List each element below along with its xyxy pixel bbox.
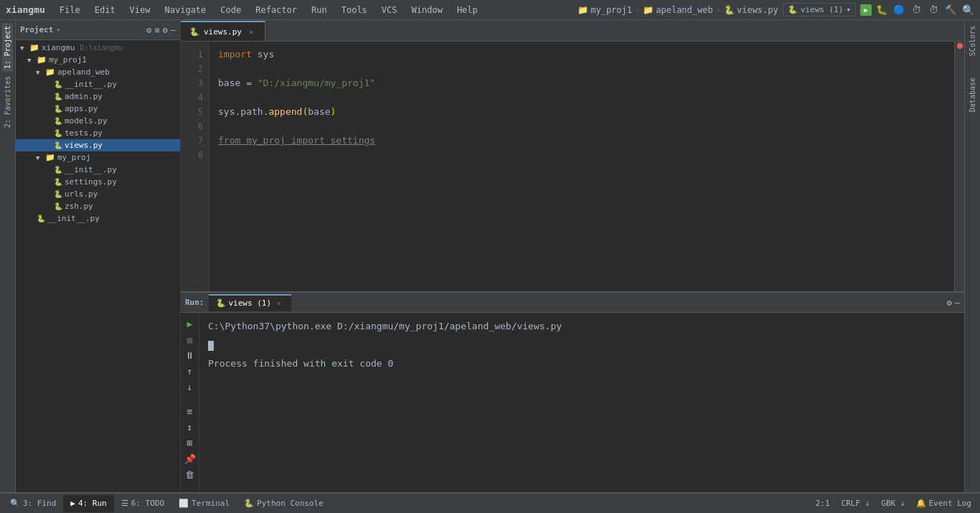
nav-file[interactable]: 🐍 views.py — [724, 5, 778, 15]
menu-edit[interactable]: Edit — [92, 4, 118, 17]
status-position[interactable]: 2:1 — [816, 499, 830, 508]
run-settings-icon[interactable]: ⚙ — [947, 298, 952, 308]
py-icon-views: 🐍 — [54, 141, 62, 149]
bottom-tab-python-console[interactable]: 🐍 Python Console — [237, 495, 331, 512]
menu-tools[interactable]: Tools — [339, 4, 370, 17]
run-output: C:\Python37\python.exe D:/xiangmu/my_pro… — [199, 313, 964, 492]
menu-navigate[interactable]: Navigate — [162, 4, 209, 17]
run-layout-btn[interactable]: ⊞ — [184, 436, 197, 449]
sidebar-tab-project[interactable]: 1: Project — [2, 23, 13, 72]
tree-item-settings[interactable]: 🐍 settings.py — [16, 176, 180, 188]
tree-label-zsh: zsh.py — [65, 202, 93, 211]
tree-item-init1[interactable]: 🐍 __init__.py — [16, 78, 180, 90]
run-minimize-icon[interactable]: — — [955, 298, 960, 308]
code-content[interactable]: import sys base = "D:/xiangmu/my_proj1" … — [209, 42, 954, 291]
run-pin-btn[interactable]: 📌 — [184, 452, 197, 465]
menu-file[interactable]: File — [57, 4, 83, 17]
tab-close-views[interactable]: ✕ — [246, 27, 256, 37]
cursor — [208, 341, 214, 351]
run-tab-bottom-label: 4: Run — [78, 499, 107, 508]
bottom-tab-run[interactable]: ▶ 4: Run — [63, 495, 113, 512]
panel-gear-icon[interactable]: ≡ — [154, 25, 159, 35]
run-panel-header: Run: 🐍 views (1) ✕ ⚙ — — [181, 293, 964, 313]
tree-item-tests[interactable]: 🐍 tests.py — [16, 127, 180, 139]
menu-help[interactable]: Help — [454, 4, 481, 17]
right-scrollbar[interactable] — [954, 42, 964, 291]
app-wrapper: xiangmu File Edit View Navigate Code Ref… — [0, 0, 980, 513]
tree-item-admin[interactable]: 🐍 admin.py — [16, 90, 180, 103]
tree-label-my-proj1: my_proj1 — [49, 55, 87, 65]
run-config-dropdown[interactable]: 🐍 views (1) ▾ — [783, 3, 856, 17]
tree-item-apps[interactable]: 🐍 apps.py — [16, 103, 180, 115]
concurrency-button[interactable]: ⏱ — [926, 3, 941, 17]
python-console-icon: 🐍 — [244, 499, 254, 508]
nav-app[interactable]: 📁 apeland_web — [643, 5, 712, 15]
todo-label: 6: TODO — [131, 499, 164, 508]
right-sidebar: SColors Database — [964, 20, 980, 492]
profile-button[interactable]: ⏱ — [909, 3, 923, 17]
editor-tabs: 🐍 views.py ✕ — [181, 20, 964, 42]
run-button[interactable] — [860, 4, 872, 16]
menu-code[interactable]: Code — [217, 4, 244, 17]
panel-dropdown-icon[interactable]: ▾ — [56, 26, 60, 34]
tree-item-root[interactable]: ▼ 📁 xiangmu D:\xiangmu — [16, 42, 180, 54]
run-stop-btn[interactable]: ■ — [184, 333, 197, 346]
menu-refactor[interactable]: Refactor — [253, 4, 300, 17]
tree-label-root: xiangmu — [42, 43, 75, 52]
run-clear-btn[interactable]: 🗑 — [184, 468, 197, 481]
run-wrap-btn[interactable]: ≡ — [184, 405, 197, 418]
tree-item-models[interactable]: 🐍 models.py — [16, 115, 180, 127]
run-scroll-down-btn[interactable]: ↓ — [184, 380, 197, 393]
run-tab-close[interactable]: ✕ — [274, 298, 284, 309]
run-scroll-up-btn[interactable]: ↑ — [184, 364, 197, 377]
tree-arrow-apeland-web: ▼ — [36, 69, 43, 76]
right-tab-database[interactable]: Database — [967, 75, 978, 115]
tree-item-root-init[interactable]: 🐍 __init__.py — [16, 212, 180, 225]
menu-view[interactable]: View — [127, 4, 154, 17]
run-expand-btn[interactable]: ↕ — [184, 420, 197, 433]
scroll-indicator — [957, 43, 963, 49]
title-bar-right: 📁 my_proj1 › 📁 apeland_web › 🐍 views.py … — [578, 3, 974, 17]
project-panel: Project ▾ ⚙ ≡ ⚙ — ▼ 📁 xiangmu D:\xiangmu — [16, 20, 181, 492]
bottom-tab-terminal[interactable]: ⬜ Terminal — [171, 495, 237, 512]
run-play-btn[interactable]: ▶ — [184, 317, 197, 330]
code-line-3: base = "D:/xiangmu/my_proj1" — [218, 76, 946, 90]
coverage-button[interactable]: 🔵 — [892, 3, 906, 17]
tree-item-init2[interactable]: 🐍 __init__.py — [16, 164, 180, 176]
sidebar-tab-favorites[interactable]: 2: Favorites — [2, 73, 13, 131]
editor-tab-views[interactable]: 🐍 views.py ✕ — [181, 21, 265, 41]
tree-item-my-proj[interactable]: ▼ 📁 my_proj — [16, 151, 180, 164]
tree-item-apeland-web[interactable]: ▼ 📁 apeland_web — [16, 66, 180, 78]
right-tab-scolors[interactable]: SColors — [967, 23, 978, 59]
panel-minimize-icon[interactable]: — — [171, 25, 176, 35]
tree-item-zsh[interactable]: 🐍 zsh.py — [16, 200, 180, 212]
panel-options-icon[interactable]: ⚙ — [163, 25, 168, 35]
menu-vcs[interactable]: VCS — [379, 4, 400, 17]
status-line-ending[interactable]: CRLF ↓ — [842, 499, 870, 508]
menu-run[interactable]: Run — [308, 4, 330, 17]
bottom-tab-find[interactable]: 🔍 3: Find — [3, 495, 63, 512]
status-encoding[interactable]: GBK ↓ — [881, 499, 905, 508]
terminal-icon: ⬜ — [179, 499, 189, 508]
run-pause-btn[interactable]: ⏸ — [184, 349, 197, 362]
code-line-1: import sys — [218, 47, 946, 62]
tree-item-my-proj1[interactable]: ▼ 📁 my_proj1 — [16, 54, 180, 66]
nav-project[interactable]: 📁 my_proj1 — [578, 5, 632, 15]
run-section: Run: 🐍 views (1) ✕ ⚙ — — [181, 291, 964, 492]
project-panel-title: Project — [20, 25, 53, 34]
global-search-icon[interactable]: 🔍 — [962, 4, 974, 16]
panel-settings-icon[interactable]: ⚙ — [146, 25, 151, 35]
tree-item-views[interactable]: 🐍 views.py — [16, 139, 180, 151]
bottom-tab-todo[interactable]: ☰ 6: TODO — [114, 495, 171, 512]
bottom-tabs: 🔍 3: Find ▶ 4: Run ☰ 6: TODO ⬜ Terminal … — [0, 493, 980, 513]
run-exit-message: Process finished with exit code 0 — [208, 356, 956, 372]
run-tab-py-icon: 🐍 — [216, 298, 226, 308]
run-tab-views[interactable]: 🐍 views (1) ✕ — [209, 294, 292, 311]
build-button[interactable]: 🔨 — [943, 3, 958, 17]
event-log-button[interactable]: 🔔 Event Log — [916, 499, 971, 508]
tree-label-init2: __init__.py — [65, 165, 117, 174]
menu-window[interactable]: Window — [409, 4, 446, 17]
py-icon-models: 🐍 — [54, 117, 62, 125]
debug-button[interactable]: 🐛 — [875, 3, 889, 17]
tree-item-urls[interactable]: 🐍 urls.py — [16, 188, 180, 200]
